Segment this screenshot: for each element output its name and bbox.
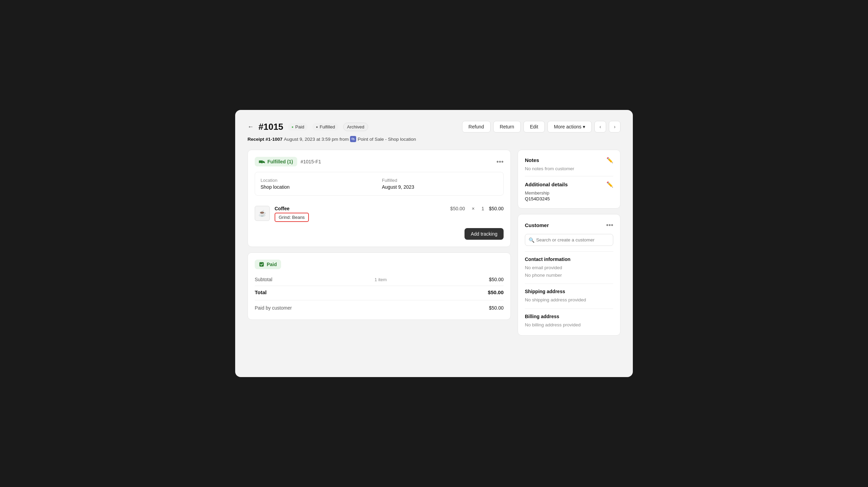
main-window: ← #1015 Paid Fulfilled Archived Refund R…	[235, 110, 633, 377]
svg-point-1	[260, 163, 261, 164]
product-details: Coffee Grind: Beans	[275, 206, 445, 222]
fulfilled-more-menu[interactable]: •••	[496, 158, 504, 166]
no-shipping-text: No shipping address provided	[525, 296, 613, 304]
paid-badge: Paid	[288, 123, 308, 131]
pos-location: Point of Sale - Shop location	[358, 137, 416, 142]
fulfilled-status-badge: Fulfilled (1)	[255, 157, 297, 166]
subtotal-row: Subtotal 1 item $50.00	[255, 275, 504, 284]
receipt-date: August 9, 2023 at 3:59 pm from	[284, 137, 349, 142]
paid-by-row: Paid by customer $50.00	[255, 303, 504, 313]
paid-by-amount: $50.00	[489, 305, 504, 311]
more-actions-button[interactable]: More actions ▾	[547, 121, 592, 133]
subtotal-amount: $50.00	[489, 277, 504, 282]
product-pricing: $50.00 × 1	[450, 206, 484, 211]
membership-value: Q154D3245	[525, 196, 613, 201]
product-qty: 1	[481, 206, 484, 211]
no-billing-text: No billing address provided	[525, 321, 613, 329]
no-email-text: No email provided	[525, 264, 613, 272]
customer-divider-2	[525, 284, 613, 284]
svg-rect-3	[260, 262, 264, 267]
archived-badge: Archived	[343, 123, 368, 131]
fulfilled-card: Fulfilled (1) #1015-F1 ••• Location Shop…	[248, 150, 511, 247]
fulfilled-label: Fulfilled	[382, 178, 498, 183]
paid-card: Paid Subtotal 1 item $50.00 Total $50.00…	[248, 252, 511, 320]
fulfilled-title-group: Fulfilled (1) #1015-F1	[255, 157, 321, 166]
refund-button[interactable]: Refund	[462, 121, 491, 133]
fulfilled-card-header: Fulfilled (1) #1015-F1 •••	[255, 157, 504, 166]
main-layout: Fulfilled (1) #1015-F1 ••• Location Shop…	[248, 150, 620, 336]
add-tracking-wrapper: Add tracking	[255, 228, 504, 240]
product-price: $50.00	[450, 206, 465, 211]
no-notes-text: No notes from customer	[525, 166, 613, 171]
truck-icon	[259, 159, 265, 164]
notes-divider	[525, 176, 613, 176]
fulfilled-date: August 9, 2023	[382, 184, 498, 190]
add-tracking-button[interactable]: Add tracking	[465, 228, 504, 240]
receipt-number: Receipt #1-1007	[248, 137, 282, 142]
additional-edit-icon[interactable]: ✏️	[606, 181, 613, 188]
product-name: Coffee	[275, 206, 445, 211]
svg-rect-0	[259, 161, 263, 163]
product-total: $50.00	[489, 206, 504, 211]
customer-search-input[interactable]	[525, 234, 613, 246]
customer-divider-1	[525, 251, 613, 252]
location-value: Shop location	[261, 184, 376, 190]
receipt-subheader: Receipt #1-1007 August 9, 2023 at 3:59 p…	[248, 136, 620, 142]
paid-by-label: Paid by customer	[255, 305, 292, 311]
back-button[interactable]: ←	[248, 123, 254, 130]
notes-title: Notes	[525, 157, 539, 163]
svg-point-2	[263, 163, 265, 164]
checkmark-icon	[259, 262, 264, 267]
contact-info-title: Contact information	[525, 257, 613, 262]
fulfilled-badge: Fulfilled	[312, 123, 338, 131]
return-button[interactable]: Return	[493, 121, 521, 133]
additional-details-header: Additional details ✏️	[525, 181, 613, 188]
membership-label: Membership	[525, 190, 613, 196]
location-label: Location	[261, 178, 376, 183]
customer-more-menu[interactable]: •••	[606, 221, 613, 229]
product-variant: Grind: Beans	[275, 213, 309, 222]
search-icon: 🔍	[529, 237, 534, 243]
next-order-button[interactable]: ›	[609, 121, 620, 133]
location-info: Location Shop location	[261, 178, 376, 190]
product-row: ☕ Coffee Grind: Beans $50.00 × 1 $50.00	[255, 202, 504, 222]
fulfillment-id: #1015-F1	[301, 159, 321, 164]
notes-edit-icon[interactable]: ✏️	[606, 157, 613, 163]
page-header: ← #1015 Paid Fulfilled Archived Refund R…	[248, 121, 620, 133]
customer-search-wrapper: 🔍	[525, 234, 613, 246]
prev-order-button[interactable]: ‹	[594, 121, 606, 133]
fulfillment-info: Location Shop location Fulfilled August …	[255, 172, 504, 196]
fulfilled-date-info: Fulfilled August 9, 2023	[382, 178, 498, 190]
customer-title: Customer	[525, 222, 549, 228]
paid-card-header: Paid	[255, 260, 504, 269]
total-row: Total $50.00	[255, 286, 504, 297]
order-number: #1015	[258, 122, 283, 132]
header-actions: Refund Return Edit More actions ▾ ‹ ›	[462, 121, 620, 133]
additional-details-title: Additional details	[525, 182, 568, 187]
payment-divider	[255, 300, 504, 300]
customer-card: Customer ••• 🔍 Contact information No em…	[518, 214, 620, 336]
billing-address-title: Billing address	[525, 314, 613, 319]
notes-header: Notes ✏️	[525, 157, 613, 163]
product-image: ☕	[255, 206, 270, 221]
edit-button[interactable]: Edit	[523, 121, 545, 133]
pos-icon: 🛍	[350, 136, 356, 142]
no-phone-text: No phone number	[525, 272, 613, 279]
total-amount: $50.00	[488, 289, 504, 295]
subtotal-items: 1 item	[375, 277, 387, 282]
right-column: Notes ✏️ No notes from customer Addition…	[518, 150, 620, 336]
total-label: Total	[255, 289, 267, 295]
product-multiplier: ×	[472, 206, 474, 211]
left-column: Fulfilled (1) #1015-F1 ••• Location Shop…	[248, 150, 511, 336]
paid-status-badge: Paid	[255, 260, 281, 269]
customer-card-header: Customer •••	[525, 221, 613, 229]
notes-card: Notes ✏️ No notes from customer Addition…	[518, 150, 620, 209]
header-left: ← #1015 Paid Fulfilled Archived	[248, 122, 368, 132]
customer-divider-3	[525, 309, 613, 309]
shipping-address-title: Shipping address	[525, 289, 613, 294]
subtotal-label: Subtotal	[255, 277, 272, 282]
